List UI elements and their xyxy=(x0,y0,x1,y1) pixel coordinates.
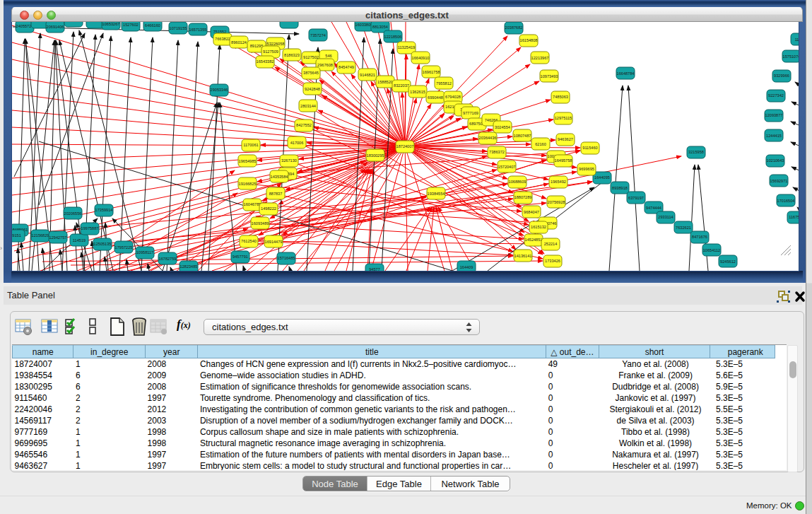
svg-text:15692971: 15692971 xyxy=(770,179,788,183)
svg-text:891295: 891295 xyxy=(250,44,264,48)
svg-text:16495758: 16495758 xyxy=(555,158,572,163)
svg-text:164409: 164409 xyxy=(460,265,473,269)
svg-text:8960124: 8960124 xyxy=(231,40,247,45)
svg-text:1527602: 1527602 xyxy=(123,23,139,27)
svg-text:10973493: 10973493 xyxy=(541,74,558,78)
svg-text:3267130: 3267130 xyxy=(281,158,297,163)
svg-text:7632621: 7632621 xyxy=(676,226,691,230)
svg-text:14353584: 14353584 xyxy=(271,175,288,179)
svg-text:12823485: 12823485 xyxy=(180,264,198,269)
svg-text:19166825: 19166825 xyxy=(239,182,257,186)
svg-text:3875645: 3875645 xyxy=(303,71,319,75)
svg-text:2933114: 2933114 xyxy=(658,215,673,219)
svg-text:9115460: 9115460 xyxy=(582,146,597,150)
svg-text:10653267: 10653267 xyxy=(102,22,120,26)
svg-text:16154808: 16154808 xyxy=(520,38,538,42)
svg-text:16961758: 16961758 xyxy=(423,70,440,74)
svg-text:9474444: 9474444 xyxy=(646,206,661,210)
svg-text:9777169: 9777169 xyxy=(463,111,478,115)
svg-text:7485063: 7485063 xyxy=(553,95,568,99)
svg-text:6794028: 6794028 xyxy=(445,95,461,99)
svg-text:20206556: 20206556 xyxy=(64,211,82,216)
svg-text:10807487: 10807487 xyxy=(514,134,531,138)
svg-text:1170061: 1170061 xyxy=(243,143,258,147)
svg-text:16046785: 16046785 xyxy=(244,202,261,206)
svg-text:12505135: 12505135 xyxy=(94,242,112,246)
svg-text:12218506: 12218506 xyxy=(384,35,402,39)
svg-text:19654985: 19654985 xyxy=(239,159,257,163)
svg-text:3024554: 3024554 xyxy=(495,125,510,129)
svg-text:53226058: 53226058 xyxy=(267,42,285,46)
svg-text:16093489: 16093489 xyxy=(252,221,269,226)
svg-text:9227342: 9227342 xyxy=(768,93,784,98)
svg-text:12942757: 12942757 xyxy=(49,235,67,240)
svg-text:14136141: 14136141 xyxy=(514,254,532,258)
svg-text:18807289: 18807289 xyxy=(514,195,532,199)
svg-text:9242848: 9242848 xyxy=(305,87,320,91)
svg-text:17359914: 17359914 xyxy=(95,208,113,212)
svg-text:7663822: 7663822 xyxy=(215,37,230,41)
svg-text:1644095: 1644095 xyxy=(594,175,610,180)
svg-text:2967608: 2967608 xyxy=(317,63,333,67)
svg-text:9146821: 9146821 xyxy=(360,73,375,77)
svg-text:6466160: 6466160 xyxy=(145,23,160,28)
svg-text:10210643: 10210643 xyxy=(767,158,784,163)
svg-text:7612540: 7612540 xyxy=(241,239,257,243)
svg-text:9684047: 9684047 xyxy=(524,210,539,214)
svg-text:8471676: 8471676 xyxy=(692,235,707,239)
svg-text:20691406: 20691406 xyxy=(47,25,64,29)
svg-text:8938918: 8938918 xyxy=(612,186,628,190)
svg-text:10654112: 10654112 xyxy=(703,248,720,252)
svg-text:16543382: 16543382 xyxy=(257,59,274,64)
svg-text:94577: 94577 xyxy=(369,267,380,271)
svg-text:8454749: 8454749 xyxy=(339,65,354,69)
svg-text:9457791: 9457791 xyxy=(233,255,248,259)
svg-text:1588520: 1588520 xyxy=(377,80,393,84)
svg-text:29053346: 29053346 xyxy=(211,88,228,92)
svg-text:6990448: 6990448 xyxy=(428,95,443,100)
svg-text:6379197: 6379197 xyxy=(628,196,644,200)
svg-text:7955812: 7955812 xyxy=(436,81,452,86)
svg-text:16914479: 16914479 xyxy=(265,240,283,244)
svg-text:16640910: 16640910 xyxy=(412,56,430,60)
svg-text:11170: 11170 xyxy=(795,37,799,42)
svg-text:9127509: 9127509 xyxy=(263,49,278,54)
svg-text:8186323: 8186323 xyxy=(284,53,300,57)
svg-text:39151: 39151 xyxy=(12,233,21,238)
svg-text:14524851: 14524851 xyxy=(525,238,543,242)
svg-text:3215958: 3215958 xyxy=(688,150,704,154)
svg-text:1615132: 1615132 xyxy=(531,225,546,229)
svg-text:10719155: 10719155 xyxy=(170,26,187,30)
svg-text:417006: 417006 xyxy=(290,141,304,145)
svg-text:18724007: 18724007 xyxy=(396,144,414,148)
svg-text:9245612: 9245612 xyxy=(720,259,736,264)
svg-text:19975887: 19975887 xyxy=(81,226,99,230)
svg-text:10688609: 10688609 xyxy=(509,180,526,184)
svg-text:17016504: 17016504 xyxy=(777,199,795,203)
svg-text:15716485: 15716485 xyxy=(278,256,295,260)
svg-text:7386372: 7386372 xyxy=(489,150,505,154)
svg-text:1498222: 1498222 xyxy=(261,206,276,211)
svg-text:20387682: 20387682 xyxy=(505,25,523,30)
svg-text:10958117: 10958117 xyxy=(136,250,153,255)
svg-text:12156829: 12156829 xyxy=(32,233,49,238)
svg-text:12975115: 12975115 xyxy=(555,116,572,120)
svg-text:1733426: 1733426 xyxy=(545,259,560,263)
svg-text:15751074: 15751074 xyxy=(783,54,799,59)
svg-text:18300295: 18300295 xyxy=(367,153,384,158)
svg-text:7357274: 7357274 xyxy=(310,33,326,37)
svg-text:887837: 887837 xyxy=(269,192,283,196)
svg-text:20364436: 20364436 xyxy=(479,136,497,140)
svg-text:16571355: 16571355 xyxy=(189,28,207,32)
svg-text:8322037: 8322037 xyxy=(394,83,409,88)
svg-text:546: 546 xyxy=(325,54,331,58)
svg-text:9329966: 9329966 xyxy=(774,74,789,78)
svg-text:8427552: 8427552 xyxy=(296,123,312,127)
svg-text:252214: 252214 xyxy=(544,242,558,246)
svg-text:19384554: 19384554 xyxy=(428,192,445,196)
svg-text:11325419: 11325419 xyxy=(398,45,415,49)
svg-text:1167534: 1167534 xyxy=(789,215,799,219)
svg-text:9463627: 9463627 xyxy=(558,137,573,141)
svg-text:17957225: 17957225 xyxy=(115,245,133,250)
svg-text:16648784: 16648784 xyxy=(617,71,635,76)
